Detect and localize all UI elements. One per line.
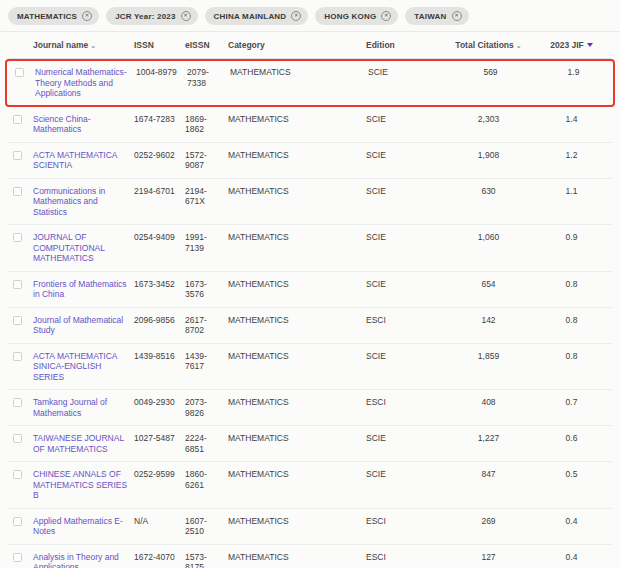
row-checkbox[interactable] [13,187,22,196]
category-value: MATHEMATICS [228,516,366,527]
total-citations-value: 408 [446,397,531,408]
edition-value: ESCI [366,397,446,408]
row-checkbox[interactable] [15,68,24,77]
journal-name-link[interactable]: ACTA MATHEMATICA SINICA-ENGLISH SERIES [33,351,117,382]
row-checkbox[interactable] [13,115,22,124]
row-checkbox[interactable] [13,280,22,289]
issn-value: 0252-9599 [134,469,185,480]
remove-filter-icon[interactable]: ✕ [452,11,462,21]
journal-name-link[interactable]: Communications in Mathematics and Statis… [33,186,105,217]
eissn-value: 1673-3576 [185,279,228,300]
issn-value: N/A [134,516,185,527]
eissn-value: 2617-8702 [185,315,228,336]
filter-chip[interactable]: MATHEMATICS ✕ [8,7,99,25]
table-row: Journal of Mathematical Study 2096-9856 … [8,308,612,344]
edition-value: SCIE [366,469,446,480]
journal-name-link[interactable]: JOURNAL OF COMPUTATIONAL MATHEMATICS [33,232,105,263]
jif-value: 0.6 [531,433,612,444]
edition-value: SCIE [366,279,446,290]
column-header-eissn[interactable]: eISSN [185,40,228,50]
filter-chip[interactable]: JCR Year: 2023 ✕ [106,7,197,25]
column-header-category[interactable]: Category [228,40,366,50]
column-header-journal-name[interactable]: Journal name⌄ [33,40,134,51]
issn-value: 0252-9602 [134,150,185,161]
edition-value: SCIE [366,351,446,362]
total-citations-value: 630 [446,186,531,197]
jif-value: 0.4 [531,516,612,527]
eissn-value: 2079-7338 [187,67,230,88]
filter-chips: MATHEMATICS ✕ JCR Year: 2023 ✕ CHINA MAI… [0,0,620,31]
category-value: MATHEMATICS [228,150,366,161]
filter-chip-label: CHINA MAINLAND [214,12,287,21]
total-citations-value: 269 [446,516,531,527]
issn-value: 2096-9856 [134,315,185,326]
journal-name-link[interactable]: Numerical Mathematics-Theory Methods and… [35,67,127,98]
row-checkbox[interactable] [13,151,22,160]
column-header-2023-jif[interactable]: 2023 JIF [531,40,612,50]
category-value: MATHEMATICS [228,315,366,326]
issn-value: 1674-7283 [134,114,185,125]
row-checkbox[interactable] [13,553,22,562]
remove-filter-icon[interactable]: ✕ [381,11,391,21]
row-checkbox[interactable] [13,470,22,479]
row-checkbox[interactable] [13,233,22,242]
filter-chip[interactable]: HONG KONG ✕ [315,7,398,25]
filter-chip-label: HONG KONG [324,12,376,21]
table-row: CHINESE ANNALS OF MATHEMATICS SERIES B 0… [8,462,612,509]
row-checkbox[interactable] [13,316,22,325]
filter-chip[interactable]: TAIWAN ✕ [405,7,468,25]
column-header-edition[interactable]: Edition [366,40,446,50]
category-value: MATHEMATICS [228,114,366,125]
edition-value: SCIE [366,114,446,125]
category-value: MATHEMATICS [228,351,366,362]
table-row: Tamkang Journal of Mathematics 0049-2930… [8,390,612,426]
row-checkbox[interactable] [13,517,22,526]
journal-name-link[interactable]: Journal of Mathematical Study [33,315,123,336]
total-citations-value: 142 [446,315,531,326]
total-citations-value: 1,859 [446,351,531,362]
remove-filter-icon[interactable]: ✕ [291,11,301,21]
journal-name-link[interactable]: ACTA MATHEMATICA SCIENTIA [33,150,117,171]
row-checkbox[interactable] [13,352,22,361]
filter-chip-label: TAIWAN [414,12,446,21]
filter-chip[interactable]: CHINA MAINLAND ✕ [205,7,309,25]
issn-value: 1673-3452 [134,279,185,290]
journal-name-link[interactable]: Applied Mathematics E-Notes [33,516,123,537]
column-header-issn[interactable]: ISSN [134,40,185,50]
jif-value: 0.8 [531,351,612,362]
total-citations-value: 1,060 [446,232,531,243]
edition-value: SCIE [366,433,446,444]
journal-name-link[interactable]: Tamkang Journal of Mathematics [33,397,107,418]
issn-value: 1027-5487 [134,433,185,444]
table-row: Numerical Mathematics-Theory Methods and… [5,59,615,107]
edition-value: SCIE [368,67,448,78]
journal-name-link[interactable]: TAIWANESE JOURNAL OF MATHEMATICS [33,433,124,454]
edition-value: SCIE [366,150,446,161]
row-checkbox[interactable] [13,434,22,443]
eissn-value: 2194-671X [185,186,228,207]
category-value: MATHEMATICS [228,552,366,563]
jif-value: 0.8 [531,279,612,290]
remove-filter-icon[interactable]: ✕ [82,11,92,21]
column-header-total-citations[interactable]: Total Citations⌄ [446,40,531,51]
edition-value: ESCI [366,315,446,326]
jif-value: 0.7 [531,397,612,408]
journal-name-link[interactable]: Analysis in Theory and Applications [33,552,119,568]
category-value: MATHEMATICS [228,232,366,243]
issn-value: 1439-8516 [134,351,185,362]
journal-name-link[interactable]: CHINESE ANNALS OF MATHEMATICS SERIES B [33,469,127,500]
table-row: JOURNAL OF COMPUTATIONAL MATHEMATICS 025… [8,225,612,272]
eissn-value: 2224-6851 [185,433,228,454]
category-value: MATHEMATICS [228,279,366,290]
eissn-value: 1869-1862 [185,114,228,135]
category-value: MATHEMATICS [228,469,366,480]
jif-value: 0.8 [531,315,612,326]
table-row: Analysis in Theory and Applications 1672… [8,545,612,568]
table-header-row: Journal name⌄ ISSN eISSN Category Editio… [8,32,612,59]
issn-value: 2194-6701 [134,186,185,197]
journal-name-link[interactable]: Science China-Mathematics [33,114,91,135]
jif-value: 1.1 [531,186,612,197]
journal-name-link[interactable]: Frontiers of Mathematics in China [33,279,127,300]
remove-filter-icon[interactable]: ✕ [181,11,191,21]
row-checkbox[interactable] [13,398,22,407]
